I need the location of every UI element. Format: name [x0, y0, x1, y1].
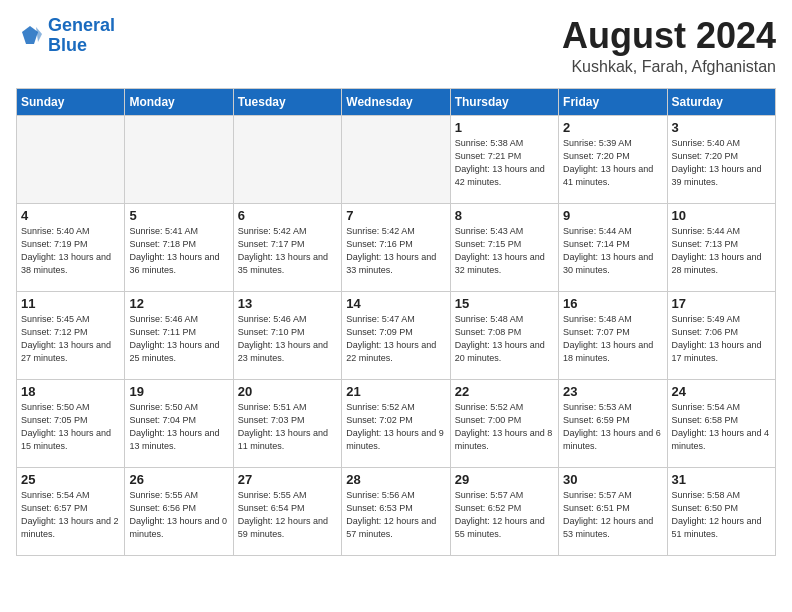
day-info: Sunrise: 5:50 AM Sunset: 7:04 PM Dayligh… [129, 401, 228, 453]
logo-text: General Blue [48, 16, 115, 56]
day-info: Sunrise: 5:48 AM Sunset: 7:07 PM Dayligh… [563, 313, 662, 365]
day-info: Sunrise: 5:44 AM Sunset: 7:14 PM Dayligh… [563, 225, 662, 277]
day-cell [17, 115, 125, 203]
day-cell: 10Sunrise: 5:44 AM Sunset: 7:13 PM Dayli… [667, 203, 775, 291]
day-number: 12 [129, 296, 228, 311]
week-row-5: 25Sunrise: 5:54 AM Sunset: 6:57 PM Dayli… [17, 467, 776, 555]
title-block: August 2024 Kushkak, Farah, Afghanistan [562, 16, 776, 76]
day-number: 11 [21, 296, 120, 311]
day-cell: 15Sunrise: 5:48 AM Sunset: 7:08 PM Dayli… [450, 291, 558, 379]
day-info: Sunrise: 5:53 AM Sunset: 6:59 PM Dayligh… [563, 401, 662, 453]
day-cell: 26Sunrise: 5:55 AM Sunset: 6:56 PM Dayli… [125, 467, 233, 555]
day-cell: 30Sunrise: 5:57 AM Sunset: 6:51 PM Dayli… [559, 467, 667, 555]
day-cell: 2Sunrise: 5:39 AM Sunset: 7:20 PM Daylig… [559, 115, 667, 203]
day-info: Sunrise: 5:47 AM Sunset: 7:09 PM Dayligh… [346, 313, 445, 365]
day-info: Sunrise: 5:57 AM Sunset: 6:52 PM Dayligh… [455, 489, 554, 541]
day-info: Sunrise: 5:50 AM Sunset: 7:05 PM Dayligh… [21, 401, 120, 453]
day-number: 26 [129, 472, 228, 487]
day-number: 10 [672, 208, 771, 223]
day-cell: 1Sunrise: 5:38 AM Sunset: 7:21 PM Daylig… [450, 115, 558, 203]
day-info: Sunrise: 5:46 AM Sunset: 7:10 PM Dayligh… [238, 313, 337, 365]
day-number: 27 [238, 472, 337, 487]
day-cell: 8Sunrise: 5:43 AM Sunset: 7:15 PM Daylig… [450, 203, 558, 291]
day-number: 6 [238, 208, 337, 223]
day-info: Sunrise: 5:44 AM Sunset: 7:13 PM Dayligh… [672, 225, 771, 277]
day-cell: 18Sunrise: 5:50 AM Sunset: 7:05 PM Dayli… [17, 379, 125, 467]
weekday-saturday: Saturday [667, 88, 775, 115]
day-info: Sunrise: 5:39 AM Sunset: 7:20 PM Dayligh… [563, 137, 662, 189]
day-number: 8 [455, 208, 554, 223]
day-number: 15 [455, 296, 554, 311]
day-info: Sunrise: 5:52 AM Sunset: 7:02 PM Dayligh… [346, 401, 445, 453]
month-year: August 2024 [562, 16, 776, 56]
calendar-body: 1Sunrise: 5:38 AM Sunset: 7:21 PM Daylig… [17, 115, 776, 555]
day-number: 25 [21, 472, 120, 487]
day-number: 4 [21, 208, 120, 223]
page-header: General Blue August 2024 Kushkak, Farah,… [16, 16, 776, 76]
day-info: Sunrise: 5:43 AM Sunset: 7:15 PM Dayligh… [455, 225, 554, 277]
week-row-3: 11Sunrise: 5:45 AM Sunset: 7:12 PM Dayli… [17, 291, 776, 379]
day-info: Sunrise: 5:58 AM Sunset: 6:50 PM Dayligh… [672, 489, 771, 541]
day-cell: 24Sunrise: 5:54 AM Sunset: 6:58 PM Dayli… [667, 379, 775, 467]
day-info: Sunrise: 5:40 AM Sunset: 7:20 PM Dayligh… [672, 137, 771, 189]
logo-icon [16, 22, 44, 50]
day-cell: 14Sunrise: 5:47 AM Sunset: 7:09 PM Dayli… [342, 291, 450, 379]
day-info: Sunrise: 5:40 AM Sunset: 7:19 PM Dayligh… [21, 225, 120, 277]
day-info: Sunrise: 5:42 AM Sunset: 7:17 PM Dayligh… [238, 225, 337, 277]
day-number: 3 [672, 120, 771, 135]
day-number: 14 [346, 296, 445, 311]
day-cell: 3Sunrise: 5:40 AM Sunset: 7:20 PM Daylig… [667, 115, 775, 203]
day-cell: 4Sunrise: 5:40 AM Sunset: 7:19 PM Daylig… [17, 203, 125, 291]
day-info: Sunrise: 5:54 AM Sunset: 6:58 PM Dayligh… [672, 401, 771, 453]
day-number: 21 [346, 384, 445, 399]
day-cell: 7Sunrise: 5:42 AM Sunset: 7:16 PM Daylig… [342, 203, 450, 291]
day-info: Sunrise: 5:55 AM Sunset: 6:56 PM Dayligh… [129, 489, 228, 541]
day-info: Sunrise: 5:41 AM Sunset: 7:18 PM Dayligh… [129, 225, 228, 277]
day-cell: 5Sunrise: 5:41 AM Sunset: 7:18 PM Daylig… [125, 203, 233, 291]
day-cell: 19Sunrise: 5:50 AM Sunset: 7:04 PM Dayli… [125, 379, 233, 467]
week-row-1: 1Sunrise: 5:38 AM Sunset: 7:21 PM Daylig… [17, 115, 776, 203]
day-cell: 29Sunrise: 5:57 AM Sunset: 6:52 PM Dayli… [450, 467, 558, 555]
day-info: Sunrise: 5:55 AM Sunset: 6:54 PM Dayligh… [238, 489, 337, 541]
day-cell: 12Sunrise: 5:46 AM Sunset: 7:11 PM Dayli… [125, 291, 233, 379]
calendar-table: SundayMondayTuesdayWednesdayThursdayFrid… [16, 88, 776, 556]
day-info: Sunrise: 5:52 AM Sunset: 7:00 PM Dayligh… [455, 401, 554, 453]
day-cell: 27Sunrise: 5:55 AM Sunset: 6:54 PM Dayli… [233, 467, 341, 555]
day-cell: 9Sunrise: 5:44 AM Sunset: 7:14 PM Daylig… [559, 203, 667, 291]
day-cell: 17Sunrise: 5:49 AM Sunset: 7:06 PM Dayli… [667, 291, 775, 379]
day-number: 19 [129, 384, 228, 399]
day-number: 29 [455, 472, 554, 487]
week-row-4: 18Sunrise: 5:50 AM Sunset: 7:05 PM Dayli… [17, 379, 776, 467]
day-number: 13 [238, 296, 337, 311]
day-number: 2 [563, 120, 662, 135]
day-info: Sunrise: 5:45 AM Sunset: 7:12 PM Dayligh… [21, 313, 120, 365]
weekday-thursday: Thursday [450, 88, 558, 115]
day-cell [342, 115, 450, 203]
day-info: Sunrise: 5:51 AM Sunset: 7:03 PM Dayligh… [238, 401, 337, 453]
day-info: Sunrise: 5:42 AM Sunset: 7:16 PM Dayligh… [346, 225, 445, 277]
day-number: 16 [563, 296, 662, 311]
day-cell [233, 115, 341, 203]
week-row-2: 4Sunrise: 5:40 AM Sunset: 7:19 PM Daylig… [17, 203, 776, 291]
day-info: Sunrise: 5:57 AM Sunset: 6:51 PM Dayligh… [563, 489, 662, 541]
day-info: Sunrise: 5:54 AM Sunset: 6:57 PM Dayligh… [21, 489, 120, 541]
logo: General Blue [16, 16, 115, 56]
weekday-header-row: SundayMondayTuesdayWednesdayThursdayFrid… [17, 88, 776, 115]
day-cell: 25Sunrise: 5:54 AM Sunset: 6:57 PM Dayli… [17, 467, 125, 555]
day-cell: 23Sunrise: 5:53 AM Sunset: 6:59 PM Dayli… [559, 379, 667, 467]
weekday-monday: Monday [125, 88, 233, 115]
day-info: Sunrise: 5:56 AM Sunset: 6:53 PM Dayligh… [346, 489, 445, 541]
svg-marker-1 [22, 26, 38, 44]
logo-line2: Blue [48, 35, 87, 55]
location: Kushkak, Farah, Afghanistan [562, 58, 776, 76]
day-info: Sunrise: 5:38 AM Sunset: 7:21 PM Dayligh… [455, 137, 554, 189]
day-cell: 20Sunrise: 5:51 AM Sunset: 7:03 PM Dayli… [233, 379, 341, 467]
weekday-sunday: Sunday [17, 88, 125, 115]
weekday-wednesday: Wednesday [342, 88, 450, 115]
day-number: 20 [238, 384, 337, 399]
day-cell: 11Sunrise: 5:45 AM Sunset: 7:12 PM Dayli… [17, 291, 125, 379]
day-cell: 22Sunrise: 5:52 AM Sunset: 7:00 PM Dayli… [450, 379, 558, 467]
day-number: 5 [129, 208, 228, 223]
day-number: 30 [563, 472, 662, 487]
day-cell [125, 115, 233, 203]
